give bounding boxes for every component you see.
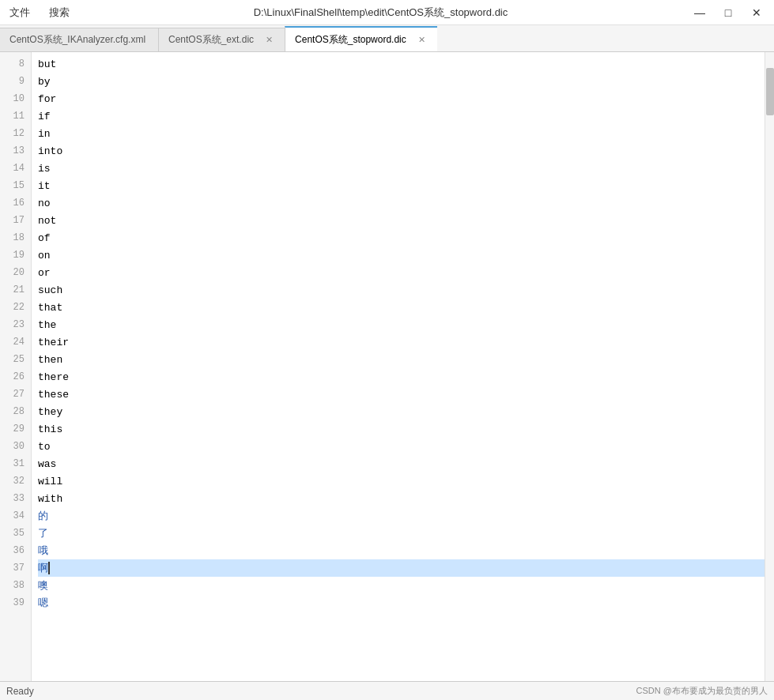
line-text: such xyxy=(38,284,62,296)
line-number: 17 xyxy=(13,212,31,229)
editor-line: of xyxy=(38,229,765,247)
line-text: these xyxy=(38,389,69,401)
line-number: 38 xyxy=(13,577,31,594)
editor-line: their xyxy=(38,333,765,351)
line-text: it xyxy=(38,180,51,192)
editor-line: 了 xyxy=(38,525,765,542)
text-cursor xyxy=(48,562,50,574)
status-bar: Ready CSDN @布布要成为最负责的男人 xyxy=(0,681,774,700)
editor-line: or xyxy=(38,264,765,281)
editor-line: that xyxy=(38,299,765,316)
line-number: 11 xyxy=(13,107,31,125)
line-text: with xyxy=(38,493,62,505)
line-number: 37 xyxy=(13,559,31,577)
window-title: D:\Linux\FinalShell\temp\edit\CentOS系统_s… xyxy=(73,6,689,20)
editor-line: was xyxy=(38,455,765,472)
line-text: that xyxy=(38,302,62,314)
editor-line: will xyxy=(38,472,765,490)
editor-line: is xyxy=(38,160,765,177)
editor-line: the xyxy=(38,316,765,333)
line-text: 啊 xyxy=(38,561,48,575)
tab-2[interactable]: CentOS系统_ext.dic ✕ xyxy=(158,28,285,51)
line-number: 20 xyxy=(13,264,31,281)
line-text: this xyxy=(38,423,62,435)
line-text: 噢 xyxy=(38,578,48,593)
line-number: 26 xyxy=(13,368,31,386)
line-number: 25 xyxy=(13,351,31,368)
line-number: 14 xyxy=(13,160,31,177)
line-text: to xyxy=(38,441,51,453)
line-number: 29 xyxy=(13,420,31,438)
editor-line: by xyxy=(38,73,765,90)
line-text: then xyxy=(38,354,62,366)
editor-line: then xyxy=(38,351,765,368)
line-text: or xyxy=(38,267,51,279)
editor-content[interactable]: butbyforifinintoisitnonotofonorsuchthatt… xyxy=(32,52,765,681)
window-controls: — □ ✕ xyxy=(689,4,768,21)
line-text: the xyxy=(38,319,56,331)
tab-3-label: CentOS系统_stopword.dic xyxy=(295,33,406,47)
editor-line: this xyxy=(38,420,765,438)
editor-line: these xyxy=(38,386,765,403)
title-bar: 文件 搜索 D:\Linux\FinalShell\temp\edit\Cent… xyxy=(0,0,774,25)
tab-2-close[interactable]: ✕ xyxy=(263,34,275,46)
title-bar-left: 文件 搜索 xyxy=(6,4,73,21)
editor-container: 8910111213141516171819202122232425262728… xyxy=(0,52,774,681)
editor-line: into xyxy=(38,142,765,160)
close-button[interactable]: ✕ xyxy=(746,4,768,21)
tab-3-close[interactable]: ✕ xyxy=(416,34,428,46)
editor-line: 嗯 xyxy=(38,594,765,612)
line-number: 24 xyxy=(13,333,31,351)
line-text: 的 xyxy=(38,509,48,523)
line-number: 28 xyxy=(13,403,31,420)
line-number: 22 xyxy=(13,299,31,316)
tab-1[interactable]: CentOS系统_IKAnalyzer.cfg.xml ✕ xyxy=(0,28,158,51)
line-number: 31 xyxy=(13,455,31,472)
line-text: into xyxy=(38,145,62,157)
line-text: on xyxy=(38,250,51,262)
line-text: in xyxy=(38,128,51,140)
editor-line: on xyxy=(38,247,765,264)
editor-line: such xyxy=(38,281,765,299)
line-number: 13 xyxy=(13,142,31,160)
editor-line: if xyxy=(38,107,765,125)
line-text: by xyxy=(38,76,51,88)
line-number: 27 xyxy=(13,386,31,403)
line-number: 33 xyxy=(13,490,31,507)
maximize-button[interactable]: □ xyxy=(717,4,739,21)
tab-2-label: CentOS系统_ext.dic xyxy=(168,33,254,47)
tab-1-label: CentOS系统_IKAnalyzer.cfg.xml xyxy=(9,33,145,47)
editor-line: 啊 xyxy=(38,559,765,577)
line-text: 嗯 xyxy=(38,596,48,610)
editor-line: 哦 xyxy=(38,542,765,559)
line-number: 12 xyxy=(13,125,31,142)
line-number: 35 xyxy=(13,525,31,542)
status-ready: Ready xyxy=(6,686,34,697)
line-number: 32 xyxy=(13,472,31,490)
line-number: 15 xyxy=(13,177,31,194)
editor-line: they xyxy=(38,403,765,420)
line-number: 19 xyxy=(13,247,31,264)
tab-bar: CentOS系统_IKAnalyzer.cfg.xml ✕ CentOS系统_e… xyxy=(0,25,774,52)
line-number: 34 xyxy=(13,507,31,525)
editor-line: no xyxy=(38,194,765,212)
line-text: if xyxy=(38,111,51,122)
line-number: 36 xyxy=(13,542,31,559)
editor-line: in xyxy=(38,125,765,142)
line-text: will xyxy=(38,476,62,487)
line-number: 10 xyxy=(13,90,31,107)
line-number: 39 xyxy=(13,594,31,612)
line-number: 16 xyxy=(13,194,31,212)
line-numbers: 8910111213141516171819202122232425262728… xyxy=(0,52,32,681)
editor-line: 噢 xyxy=(38,577,765,594)
minimize-button[interactable]: — xyxy=(689,4,711,21)
tab-3[interactable]: CentOS系统_stopword.dic ✕ xyxy=(285,26,437,51)
menu-file[interactable]: 文件 xyxy=(6,4,33,21)
line-number: 30 xyxy=(13,438,31,455)
editor-line: it xyxy=(38,177,765,194)
editor-line: 的 xyxy=(38,507,765,525)
scrollbar-thumb[interactable] xyxy=(766,68,774,115)
line-text: 了 xyxy=(38,526,48,540)
menu-search[interactable]: 搜索 xyxy=(46,4,73,21)
scrollbar[interactable] xyxy=(765,52,774,681)
